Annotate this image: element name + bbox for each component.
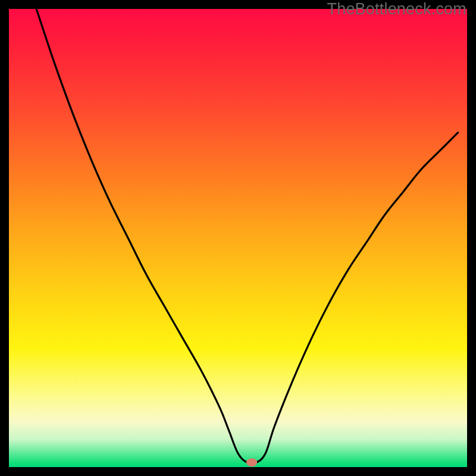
curve-path [36, 9, 458, 464]
bottleneck-curve [9, 9, 467, 467]
plot-area [9, 9, 467, 467]
chart-frame: TheBottleneck.com [0, 0, 476, 476]
minimum-marker [246, 458, 257, 466]
watermark-text: TheBottleneck.com [327, 0, 466, 18]
